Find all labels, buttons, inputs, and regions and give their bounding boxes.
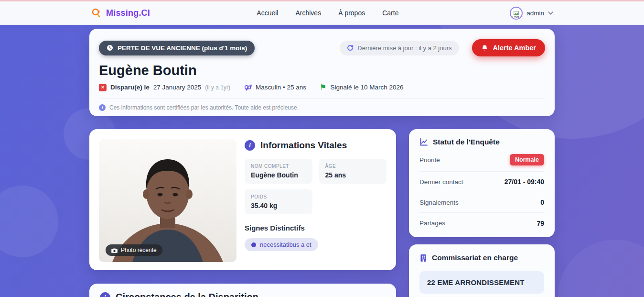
circumstances-header: i Circonstances de la Disparition (100, 292, 386, 297)
nav-link-archives[interactable]: Archives (295, 9, 321, 17)
row-label: Priorité (419, 156, 440, 164)
row-label: Signalements (419, 199, 459, 206)
row-label: Partages (419, 220, 445, 227)
investigation-status-card: Statut de l'Enquête Priorité Normale Der… (409, 129, 555, 237)
photo-badge: Photo récente (106, 244, 162, 256)
row-value: 27/01 - 09:40 (504, 178, 544, 186)
status-row-priorite: Priorité Normale (419, 148, 544, 172)
bell-icon (481, 44, 488, 52)
background-decor-circle (0, 186, 58, 257)
row-value: 0 (540, 198, 544, 206)
avatar: Phot (510, 7, 523, 20)
gender-age-text: Masculin • 25 ans (256, 84, 306, 91)
header-badge-row: PERTE DE VUE ANCIENNE (plus d'1 mois) De… (99, 39, 545, 56)
field-value: 35.40 kg (251, 202, 306, 209)
clock-icon (107, 44, 113, 51)
person-header-card: PERTE DE VUE ANCIENNE (plus d'1 mois) De… (89, 29, 555, 116)
magnifier-icon (91, 8, 102, 19)
page-content: PERTE DE VUE ANCIENNE (plus d'1 mois) De… (89, 29, 555, 297)
missing-date: 27 January 2025 (153, 84, 202, 91)
priority-badge: Normale (510, 154, 544, 165)
nav-link-carte[interactable]: Carte (382, 9, 398, 17)
dot-icon (251, 242, 256, 247)
missing-label: Disparu(e) le (110, 84, 150, 91)
vitals-title: Informations Vitales (260, 140, 347, 151)
vitals-fields: NOM COMPLET Eugène Boutin ÂGE 25 ans POI… (245, 159, 386, 214)
status-badge: PERTE DE VUE ANCIENNE (plus d'1 mois) (99, 41, 255, 55)
field-label: ÂGE (325, 164, 381, 169)
sign-label: necessitatibus a et (260, 241, 311, 248)
last-update-pill: Dernière mise à jour : il y a 2 jours (340, 41, 459, 55)
camera-icon (111, 248, 118, 253)
distinctive-sign-tag: necessitatibus a et (245, 238, 318, 251)
vitals-info: i Informations Vitales NOM COMPLET Eugèn… (245, 139, 386, 260)
user-menu[interactable]: Phot admin (510, 7, 553, 20)
calendar-x-icon: × (99, 84, 107, 91)
nav-link-apropos[interactable]: À propos (338, 9, 365, 17)
background-decor-circle (558, 240, 644, 297)
chevron-down-icon (548, 11, 553, 15)
status-card-title: Statut de l'Enquête (433, 138, 500, 146)
field-age: ÂGE 25 ans (319, 159, 387, 184)
field-nom-complet: NOM COMPLET Eugène Boutin (245, 159, 312, 184)
person-photo: Photo récente (99, 139, 236, 262)
top-navbar: Missing.CI Accueil Archives À propos Car… (0, 0, 644, 25)
info-circle-icon: i (100, 292, 110, 297)
commissariat-box: 22 EME ARRONDISSEMENT (419, 271, 544, 294)
missing-ago: (il y a 1yr) (205, 84, 230, 91)
circumstances-title: Circonstances de la Disparition (116, 292, 258, 297)
gender-icon (244, 83, 252, 91)
refresh-icon (347, 44, 354, 51)
status-header: Statut de l'Enquête (419, 138, 544, 148)
field-label: POIDS (251, 194, 306, 199)
status-row-signalements: Signalements 0 (419, 192, 544, 213)
last-update-text: Dernière mise à jour : il y a 2 jours (357, 44, 451, 52)
field-value: 25 ans (325, 171, 381, 179)
amber-alert-label: Alerte Amber (493, 44, 536, 52)
nav-links: Accueil Archives À propos Carte (257, 9, 398, 17)
commissariat-name: 22 EME ARRONDISSEMENT (427, 278, 537, 286)
gender-age-item: Masculin • 25 ans (244, 83, 306, 91)
person-meta-row: × Disparu(e) le 27 January 2025 (il y a … (99, 83, 545, 91)
vitals-card: Photo récente i Informations Vitales NOM… (89, 129, 396, 270)
status-row-dernier-contact: Dernier contact 27/01 - 09:40 (419, 172, 544, 192)
status-badge-label: PERTE DE VUE ANCIENNE (plus d'1 mois) (118, 44, 247, 52)
row-label: Dernier contact (419, 178, 463, 186)
status-row-partages: Partages 79 (419, 213, 544, 233)
avatar-alt-text: Phot (512, 15, 519, 19)
left-column: Photo récente i Informations Vitales NOM… (89, 129, 396, 297)
missing-date-item: × Disparu(e) le 27 January 2025 (il y a … (99, 84, 230, 91)
building-icon (419, 254, 427, 262)
info-icon: i (99, 104, 106, 111)
commissariat-header: Commissariat en charge (419, 253, 544, 264)
field-poids: POIDS 35.40 kg (245, 189, 312, 214)
field-value: Eugène Boutin (251, 171, 306, 179)
circumstances-card: i Circonstances de la Disparition (89, 284, 396, 297)
broken-image-icon (514, 11, 519, 15)
portrait-illustration (99, 139, 236, 262)
reported-item: ⚑ Signalé le 10 March 2026 (320, 84, 403, 91)
commissariat-card: Commissariat en charge 22 EME ARRONDISSE… (409, 244, 555, 297)
brand-name: Missing.CI (106, 8, 150, 18)
nav-link-accueil[interactable]: Accueil (257, 9, 278, 17)
info-circle-icon: i (245, 140, 255, 151)
right-column: Statut de l'Enquête Priorité Normale Der… (409, 129, 555, 297)
amber-alert-button[interactable]: Alerte Amber (472, 39, 545, 56)
vitals-header: i Informations Vitales (245, 140, 386, 151)
user-name: admin (526, 10, 544, 17)
brand-logo[interactable]: Missing.CI (91, 8, 150, 19)
signs-title: Signes Distinctifs (245, 224, 386, 232)
photo-badge-label: Photo récente (121, 247, 157, 253)
commissariat-title: Commissariat en charge (432, 253, 518, 262)
chart-line-icon (419, 138, 428, 146)
main-row: Photo récente i Informations Vitales NOM… (89, 129, 555, 297)
certified-note: i Ces informations sont certifiées par l… (99, 99, 545, 111)
row-value: 79 (537, 220, 544, 227)
reported-text: Signalé le 10 March 2026 (330, 84, 403, 91)
person-name: Eugène Boutin (99, 63, 545, 78)
flag-icon: ⚑ (320, 84, 326, 91)
certified-note-text: Ces informations sont certifiées par les… (109, 104, 299, 111)
field-label: NOM COMPLET (251, 164, 306, 169)
